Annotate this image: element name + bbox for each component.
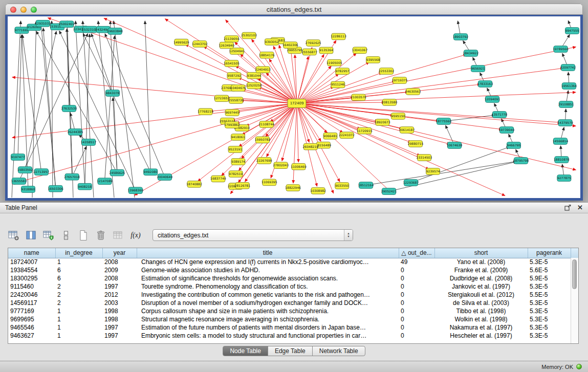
cell-in_degree[interactable]: 2 [55,291,102,299]
network-window-titlebar[interactable]: citations_edges.txt [5,4,583,15]
graph-node[interactable]: 9492080 [144,169,158,176]
graph-node[interactable]: 10404676 [230,85,246,92]
cell-name[interactable]: 18300295 [8,274,55,282]
cell-title[interactable]: Estimation of significance thresholds fo… [137,274,399,282]
cell-pagerank[interactable]: 5.3E-5 [528,307,571,315]
graph-node[interactable]: 25002401 [59,21,75,28]
graph-node[interactable]: 19789566 [553,46,569,53]
graph-node[interactable]: 23314503 [417,155,432,161]
graph-node[interactable]: 22713957 [34,169,50,176]
cell-name[interactable]: 18724007 [8,258,55,266]
table-row[interactable]: 1456911722003Disruption of a novel membe… [8,299,578,307]
graph-node[interactable]: 22404913 [255,67,271,73]
cell-out_degree[interactable]: 0 [399,332,434,340]
graph-node[interactable]: 21108744 [259,121,275,128]
cell-name[interactable]: 19384554 [8,266,55,274]
graph-node[interactable]: 21003576 [351,94,366,101]
cell-name[interactable]: 22420046 [8,291,55,299]
graph-node[interactable]: 28126781 [234,182,250,189]
graph-node[interactable]: 18903792 [453,34,469,40]
graph-node[interactable]: 13968360 [128,187,144,194]
graph-node[interactable]: 9318860 [21,186,35,193]
graph-node[interactable]: 12443702 [192,41,208,48]
table-row[interactable]: 946362711997Embryonic stem cells: a mode… [8,332,578,340]
cell-title[interactable]: Corpus callosum shape and size in male p… [137,307,399,315]
graph-node[interactable]: 9843078 [106,90,120,97]
table-row[interactable]: 946554611997Estimation of the future num… [8,323,578,332]
graph-node[interactable]: 27657018 [64,173,80,180]
graph-node[interactable]: 19739040 [499,127,515,134]
new-column-button[interactable] [76,228,91,242]
graph-node[interactable]: 16541505 [224,60,239,67]
network-graph[interactable]: 9771692912606112931031153518182500240122… [8,16,580,198]
graph-node[interactable]: 24630563 [405,89,421,95]
graph-node[interactable]: 12094091 [485,96,500,103]
table-row[interactable]: 911546021997Tourette syndrome. Phenomeno… [8,282,578,291]
cell-name[interactable]: 14569117 [8,299,55,307]
graph-node[interactable]: 22267699 [256,158,272,164]
cell-year[interactable]: 2003 [102,299,137,307]
graph-node[interactable]: 18512164 [358,182,374,189]
graph-node[interactable]: 16503306 [48,185,63,192]
delete-column-button[interactable] [93,228,108,242]
graph-node[interactable]: 9466795 [507,142,521,149]
cell-in_degree[interactable]: 6 [55,274,102,282]
cell-pagerank[interactable]: 5.3E-5 [528,299,571,307]
graph-node[interactable]: 9381044 [247,72,261,79]
cell-in_degree[interactable]: 1 [55,307,102,315]
graph-node[interactable]: 18795798 [513,158,529,164]
cell-year[interactable]: 2012 [102,291,137,299]
graph-node[interactable]: 21139056 [224,36,239,42]
cell-name[interactable]: 9777169 [8,307,55,315]
table-scrollbar-thumb[interactable] [572,259,577,289]
graph-node[interactable]: 19719375 [392,77,408,84]
graph-node[interactable]: 13571778 [492,112,508,118]
cell-title[interactable]: Genome-wide association studies in ADHD. [137,266,399,274]
cell-year[interactable]: 1997 [102,323,137,332]
graph-node[interactable]: 22241072 [339,132,355,139]
cell-out_degree[interactable]: 0 [399,299,434,307]
graph-node[interactable]: 13655583 [11,178,27,185]
graph-node[interactable]: 11069395 [262,179,277,186]
cell-out_degree[interactable]: 0 [399,307,434,315]
cell-year[interactable]: 1997 [102,282,137,291]
graph-node[interactable]: 20813580 [382,99,398,106]
graph-node[interactable]: 9782519 [229,171,243,178]
graph-node[interactable]: 9697445 [225,110,239,116]
graph-node[interactable]: 29108851 [558,101,574,108]
cell-year[interactable]: 1998 [102,315,137,323]
graph-node[interactable]: 15950782 [255,137,271,143]
cell-in_degree[interactable]: 1 [55,258,102,266]
table-row[interactable]: 977716911998Corpus callosum shape and si… [8,307,578,315]
cell-title[interactable]: Disruption of a novel member of a sodium… [137,299,399,307]
graph-node[interactable]: 13041067 [352,47,368,54]
table-selector[interactable]: citations_edges.txt ▲▼ [153,229,353,241]
graph-node[interactable]: 9408218 [78,183,92,190]
column-header-name[interactable]: name [8,248,55,258]
graph-node[interactable]: 25556877 [301,49,317,55]
cell-short[interactable]: Jankovic et al. (1997) [434,282,528,291]
graph-node[interactable]: 15803592 [17,167,33,173]
graph-node[interactable]: 12723653 [214,95,230,102]
cell-out_degree[interactable]: 0 [399,291,434,299]
graph-node[interactable]: 9782957 [336,68,350,75]
column-header-short[interactable]: short [434,248,528,258]
graph-node[interactable]: 18920673 [375,119,390,126]
cell-in_degree[interactable]: 1 [55,323,102,332]
cell-title[interactable]: Tourette syndrome. Phenomenology and cla… [137,282,399,291]
cell-short[interactable]: Franke et al. (2009) [434,266,528,274]
cell-in_degree[interactable]: 6 [55,266,102,274]
cell-short[interactable]: Dudbridge et al. (2008) [434,274,528,282]
zoom-button[interactable] [31,7,37,13]
column-header-in_degree[interactable]: in_degree [55,248,102,258]
cell-year[interactable]: 2009 [102,266,137,274]
graph-node[interactable]: 9389174 [231,159,245,165]
graph-node[interactable]: 9135364 [319,47,333,54]
cell-in_degree[interactable]: 1 [55,332,102,340]
cell-out_degree[interactable]: 0 [399,282,434,291]
column-header-out_degree[interactable]: △ out_de... [399,248,434,258]
cell-short[interactable]: Tibbo et al. (1998) [434,307,528,315]
graph-node[interactable]: 9595150 [391,113,405,120]
graph-node[interactable]: 9523191 [228,146,242,153]
graph-node[interactable]: 18740882 [186,181,202,188]
